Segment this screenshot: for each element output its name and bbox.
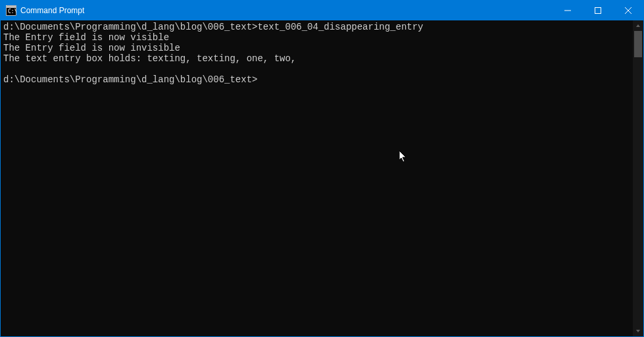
terminal-line: d:\Documents\Programming\d_lang\blog\006… — [3, 74, 630, 85]
terminal-line — [3, 64, 630, 74]
svg-marker-9 — [636, 24, 640, 27]
cmd-icon: C:\ — [6, 5, 16, 16]
terminal-line: The Entry field is now invisible — [3, 43, 630, 53]
scroll-up-button[interactable] — [633, 20, 643, 31]
scroll-down-button[interactable] — [633, 326, 643, 336]
vertical-scrollbar[interactable] — [633, 20, 643, 336]
titlebar[interactable]: C:\ Command Prompt — [1, 1, 643, 20]
prompt-text: d:\Documents\Programming\d_lang\blog\006… — [3, 22, 257, 32]
window-title: Command Prompt — [20, 6, 84, 15]
svg-rect-6 — [595, 8, 601, 14]
command-text: text_006_04_disappearing_entry — [257, 22, 423, 32]
terminal-line: The Entry field is now visible — [3, 32, 630, 43]
client-area: d:\Documents\Programming\d_lang\blog\006… — [1, 20, 643, 336]
svg-rect-1 — [7, 6, 16, 8]
close-button[interactable] — [613, 1, 643, 20]
svg-text:C:\: C:\ — [8, 9, 16, 14]
minimize-button[interactable] — [553, 1, 583, 20]
terminal-output[interactable]: d:\Documents\Programming\d_lang\blog\006… — [1, 20, 633, 336]
scrollbar-track[interactable] — [633, 31, 643, 326]
window-controls — [553, 1, 643, 20]
command-prompt-window: C:\ Command Prompt d:\Documents\Programm… — [0, 0, 644, 337]
svg-marker-10 — [636, 330, 640, 332]
terminal-line: d:\Documents\Programming\d_lang\blog\006… — [3, 22, 630, 32]
terminal-line: The text entry box holds: texting, texti… — [3, 53, 630, 64]
scrollbar-thumb[interactable] — [634, 31, 642, 57]
prompt-text: d:\Documents\Programming\d_lang\blog\006… — [3, 74, 257, 85]
maximize-button[interactable] — [583, 1, 613, 20]
